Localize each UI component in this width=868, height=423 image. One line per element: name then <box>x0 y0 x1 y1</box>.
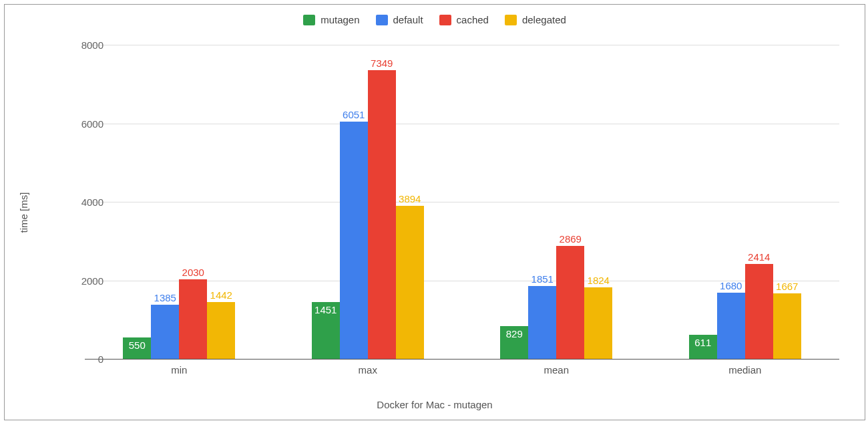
bar-value-label: 1442 <box>208 288 235 302</box>
legend-label: mutagen <box>320 14 359 25</box>
bar-value-label: 7349 <box>368 56 395 70</box>
bar-group-max: 1451605173493894max <box>312 45 424 359</box>
bar-value-label: 6051 <box>340 108 367 122</box>
bar-cached: 7349 <box>368 70 396 359</box>
legend-item-default: default <box>376 14 423 25</box>
legend-swatch <box>439 15 451 25</box>
legend-label: default <box>393 14 423 25</box>
bar-mutagen: 1451 <box>312 302 340 359</box>
y-tick-label: 4000 <box>63 196 103 208</box>
bar-mutagen: 611 <box>689 335 717 359</box>
bar-mutagen: 829 <box>500 326 528 359</box>
category-label: median <box>689 364 801 376</box>
legend-item-cached: cached <box>439 14 489 25</box>
bar-delegated: 1824 <box>584 287 612 359</box>
legend: mutagendefaultcacheddelegated <box>5 14 865 25</box>
x-axis-label: Docker for Mac - mutagen <box>5 399 865 410</box>
bar-default: 1851 <box>528 286 556 359</box>
legend-label: cached <box>457 14 489 25</box>
category-label: mean <box>500 364 612 376</box>
bar-cached: 2414 <box>745 264 773 359</box>
bar-mutagen: 550 <box>123 337 151 359</box>
chart-frame: mutagendefaultcacheddelegated time [ms] … <box>4 4 865 420</box>
category-label: min <box>123 364 235 376</box>
bar-cached: 2030 <box>179 279 207 359</box>
y-tick-label: 0 <box>63 354 103 365</box>
bar-value-label: 2414 <box>745 250 773 264</box>
bar-value-label: 3894 <box>396 192 423 206</box>
legend-item-mutagen: mutagen <box>303 14 359 25</box>
legend-swatch <box>376 15 388 25</box>
bar-default: 1680 <box>717 293 745 359</box>
legend-label: delegated <box>522 14 566 25</box>
y-tick-label: 6000 <box>63 118 103 129</box>
bar-delegated: 1667 <box>773 293 801 359</box>
category-label: max <box>312 364 424 376</box>
bar-value-label: 1851 <box>529 272 556 286</box>
bar-default: 1385 <box>151 305 179 359</box>
bar-value-label: 1667 <box>773 279 801 293</box>
bar-value-label: 1824 <box>585 273 612 287</box>
y-tick-label: 2000 <box>63 275 103 286</box>
bar-value-label: 1385 <box>152 291 179 305</box>
bar-delegated: 3894 <box>396 206 424 359</box>
bar-group-min: 550138520301442min <box>123 45 235 359</box>
bar-delegated: 1442 <box>207 302 235 359</box>
bar-cached: 2869 <box>556 246 584 359</box>
bar-value-label: 611 <box>692 335 714 349</box>
bar-value-label: 550 <box>126 338 148 352</box>
plot-area: 550138520301442min1451605173493894max829… <box>85 45 839 360</box>
bar-group-median: 611168024141667median <box>689 45 801 359</box>
bar-value-label: 1451 <box>312 303 339 317</box>
legend-swatch <box>303 15 315 25</box>
y-axis-label: time [ms] <box>18 192 29 233</box>
bar-value-label: 2869 <box>557 232 584 246</box>
legend-item-delegated: delegated <box>505 14 566 25</box>
bar-value-label: 2030 <box>180 265 207 279</box>
bar-default: 6051 <box>340 122 368 359</box>
legend-swatch <box>505 15 517 25</box>
bar-value-label: 1680 <box>717 279 744 293</box>
y-tick-label: 8000 <box>63 39 103 51</box>
bar-value-label: 829 <box>503 327 525 341</box>
bar-group-mean: 829185128691824mean <box>500 45 612 359</box>
